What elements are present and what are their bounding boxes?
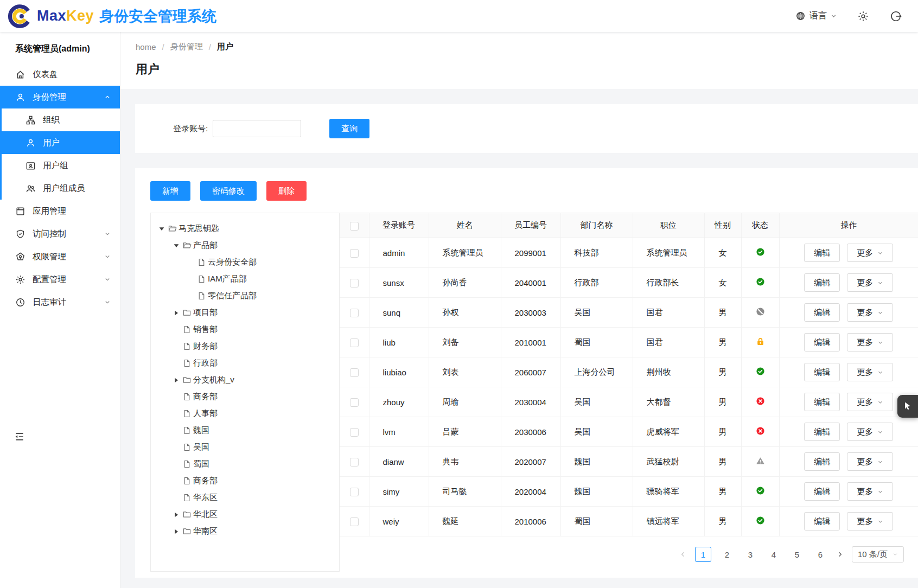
row-actions: 编辑更多	[780, 363, 918, 381]
edit-button[interactable]: 编辑	[804, 423, 840, 441]
page-button-2[interactable]: 2	[719, 547, 735, 562]
edit-button[interactable]: 编辑	[804, 482, 840, 501]
sidebar-item-user-group[interactable]: 用户组	[0, 154, 120, 177]
tree-node[interactable]: 云身份安全部	[151, 254, 339, 271]
cell-department: 蜀国	[560, 328, 633, 357]
row-checkbox[interactable]	[350, 517, 359, 526]
sidebar-item-apps[interactable]: 应用管理	[0, 200, 120, 222]
row-checkbox[interactable]	[350, 368, 359, 377]
cell-login: zhouy	[369, 387, 429, 417]
more-button[interactable]: 更多	[847, 244, 893, 262]
tree-node[interactable]: 分支机构_v	[151, 372, 339, 388]
edit-button[interactable]: 编辑	[804, 333, 840, 351]
cell-gender: 男	[704, 357, 741, 387]
row-checkbox[interactable]	[350, 249, 359, 258]
more-button[interactable]: 更多	[847, 452, 893, 471]
tree-node[interactable]: 华南区	[151, 523, 339, 540]
more-button[interactable]: 更多	[847, 303, 893, 322]
floating-helper-button[interactable]	[897, 395, 918, 418]
folder-open-icon	[182, 241, 192, 250]
status-active-icon	[756, 486, 765, 495]
page-button-1[interactable]: 1	[695, 547, 711, 562]
column-header: 性别	[704, 213, 741, 238]
edit-button[interactable]: 编辑	[804, 303, 840, 322]
edit-button[interactable]: 编辑	[804, 393, 840, 411]
row-checkbox[interactable]	[350, 458, 359, 466]
query-button[interactable]: 查询	[329, 119, 369, 138]
settings-button[interactable]	[857, 10, 869, 22]
chevron-down-icon	[877, 429, 883, 435]
sidebar-item-identity[interactable]: 身份管理	[0, 86, 120, 108]
tree-node[interactable]: 魏国	[151, 422, 339, 439]
tree-node[interactable]: 零信任产品部	[151, 287, 339, 304]
sidebar-item-config[interactable]: 配置管理	[0, 268, 120, 291]
row-checkbox[interactable]	[350, 398, 359, 407]
tree-node-label: 马克思钥匙	[178, 223, 219, 234]
tree-node[interactable]: 蜀国	[151, 456, 339, 472]
row-checkbox[interactable]	[350, 338, 359, 347]
edit-button[interactable]: 编辑	[804, 512, 840, 531]
edit-button[interactable]: 编辑	[804, 452, 840, 471]
page-button-6[interactable]: 6	[813, 547, 828, 562]
tree-node[interactable]: 华东区	[151, 489, 339, 506]
tree-node[interactable]: 财务部	[151, 338, 339, 355]
folder-icon	[182, 308, 192, 317]
more-button[interactable]: 更多	[847, 273, 893, 292]
page-button-4[interactable]: 4	[766, 547, 781, 562]
tree-node[interactable]: 项目部	[151, 304, 339, 321]
language-selector[interactable]: 语言	[795, 10, 837, 22]
sidebar-item-access-control[interactable]: 访问控制	[0, 222, 120, 245]
collapse-sidebar-button[interactable]	[14, 431, 25, 442]
tree-node[interactable]: 马克思钥匙	[151, 220, 339, 237]
row-checkbox[interactable]	[350, 428, 359, 437]
tree-node[interactable]: 华北区	[151, 506, 339, 523]
next-page-button[interactable]	[836, 551, 844, 558]
more-button[interactable]: 更多	[847, 333, 893, 351]
row-checkbox[interactable]	[350, 309, 359, 317]
sidebar-item-permission[interactable]: 权限管理	[0, 245, 120, 268]
search-card: 登录账号: 查询	[135, 104, 918, 153]
sidebar-item-user[interactable]: 用户	[0, 131, 120, 154]
breadcrumb-item[interactable]: 身份管理	[170, 42, 203, 52]
tree-node[interactable]: 行政部	[151, 355, 339, 372]
tree-node[interactable]: 吴国	[151, 439, 339, 456]
tree-node[interactable]: 商务部	[151, 472, 339, 489]
tree-node[interactable]: 产品部	[151, 237, 339, 254]
prev-page-button[interactable]	[679, 551, 687, 558]
breadcrumb-item[interactable]: home	[136, 42, 156, 52]
tree-node-label: 人事部	[193, 408, 218, 419]
change-password-button[interactable]: 密码修改	[200, 181, 257, 201]
tree-node[interactable]: 人事部	[151, 405, 339, 422]
row-checkbox[interactable]	[350, 279, 359, 287]
edit-button[interactable]: 编辑	[804, 363, 840, 381]
table-row: sunq孙权2030003吴国国君男编辑更多	[340, 298, 918, 328]
logout-button[interactable]	[890, 10, 902, 22]
delete-button[interactable]: 删除	[266, 181, 307, 201]
login-account-label: 登录账号:	[173, 124, 208, 134]
more-button[interactable]: 更多	[847, 393, 893, 411]
more-button[interactable]: 更多	[847, 482, 893, 501]
file-icon	[182, 443, 192, 452]
edit-button[interactable]: 编辑	[804, 273, 840, 292]
add-button[interactable]: 新增	[150, 181, 190, 201]
sidebar-item-org[interactable]: 组织	[0, 108, 120, 131]
cell-position: 虎威将军	[633, 417, 704, 447]
sidebar-item-group-members[interactable]: 用户组成员	[0, 177, 120, 200]
edit-button[interactable]: 编辑	[804, 244, 840, 262]
more-button[interactable]: 更多	[847, 512, 893, 531]
page-button-5[interactable]: 5	[789, 547, 805, 562]
tree-node[interactable]: 销售部	[151, 321, 339, 338]
page-button-3[interactable]: 3	[743, 547, 758, 562]
brand-name: MaxKey	[37, 8, 94, 24]
sidebar-item-audit[interactable]: 日志审计	[0, 291, 120, 314]
select-all-checkbox[interactable]	[350, 222, 359, 231]
more-button[interactable]: 更多	[847, 363, 893, 381]
tree-node[interactable]: IAM产品部	[151, 271, 339, 287]
tree-node[interactable]: 商务部	[151, 388, 339, 405]
page-size-select[interactable]: 10 条/页	[852, 546, 904, 563]
cell-gender: 男	[704, 447, 741, 477]
row-checkbox[interactable]	[350, 488, 359, 496]
sidebar-item-dashboard[interactable]: 仪表盘	[0, 63, 120, 86]
more-button[interactable]: 更多	[847, 423, 893, 441]
login-account-input[interactable]	[213, 120, 301, 137]
